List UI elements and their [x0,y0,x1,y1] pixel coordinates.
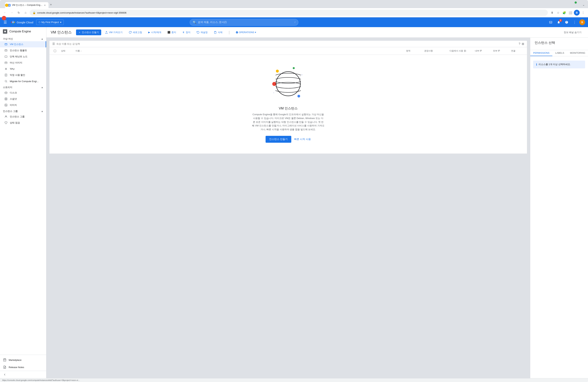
pause-button[interactable]: ⏸ 정지 [180,29,193,35]
user-avatar[interactable]: B [579,19,585,25]
marketplace-icon [3,358,6,362]
svg-rect-1 [4,31,6,32]
new-tab-button[interactable]: + [48,1,53,8]
empty-description: Compute Engine을 통해 Google의 인프라에서 실행되는 가상… [252,113,324,132]
tab-favicon [8,4,10,6]
delete-button[interactable]: 삭제 [211,29,225,35]
operations-button[interactable]: OPERATIONS ▾ [233,30,258,35]
svg-point-18 [5,98,7,100]
tpu-label: TPU [10,68,15,70]
refresh-button[interactable]: 새로고침 [126,29,145,35]
sidebar-item-tpu[interactable]: TPU [0,66,46,72]
filter-input[interactable] [56,42,517,45]
share-button[interactable]: ⬆ [549,10,555,15]
abuse-protection-label: 악정 사용 할인 [10,74,25,77]
select-all-checkbox[interactable] [54,50,56,52]
dot-green [293,67,295,69]
tab-permissions[interactable]: PERMISSIONS [530,50,552,56]
project-selector[interactable]: ⬡ My First Project ▾ [36,19,64,25]
page-header: VM 인스턴스 ＋ 인스턴스 만들기 VM 가져오기 새로고침 ▶ 시작/재개 [46,27,588,38]
create-instance-cta[interactable]: 인스턴스 만들기 [266,136,291,143]
sidebar-collapse-button[interactable] [0,371,46,378]
sort-icon: ↑ [81,50,82,52]
address-bar[interactable]: 🔒 console.cloud.google.com/compute/insta… [30,10,548,16]
refresh-button[interactable]: ↻ [16,10,21,15]
reset-button[interactable]: 재설정 [194,29,210,35]
tab-close-button[interactable]: × [44,4,46,6]
stop-button[interactable]: ⬛ 중지 [165,29,178,35]
header-actions: 2 ⋮ B [547,19,585,25]
svg-point-16 [5,92,7,93]
snapshots-label: 스냅샷 [10,97,17,101]
machine-images-icon [4,61,8,64]
vm-section-header[interactable]: 가상 머신 ▲ [0,36,46,41]
release-notes-label: Release Notes [9,366,24,369]
sidebar-item-sole-tenant[interactable]: 단독 테넌트 노드 [0,54,46,60]
status-url: https://console.cloud.google.com/compute… [2,379,80,381]
tab-menu-button[interactable]: ⌄ [581,2,586,8]
active-tab[interactable]: VM 인스턴스 – Compute Engine × [5,2,48,8]
right-panel: 인스턴스 선택 PERMISSIONS LABELS MONITORING [530,38,588,378]
import-icon [105,31,108,34]
sidebar-item-migrate[interactable]: Migrate for Compute Engi... [0,78,46,84]
sidebar-item-abuse-protection[interactable]: 악정 사용 할인 [0,72,46,78]
page-title: VM 인스턴스 [51,30,72,35]
sidebar-item-disks[interactable]: 디스크 [0,90,46,96]
sidebar-item-marketplace[interactable]: Marketplace [0,356,46,363]
help-button[interactable] [563,19,570,25]
settings-button[interactable]: ⋮ [571,19,578,25]
minimize-dot[interactable] [5,4,8,7]
empty-state: VM 인스턴스 Compute Engine을 통해 Google의 인프라에서… [49,55,527,154]
maximize-dot[interactable] [575,1,577,4]
view-toggle-icon[interactable]: ⊞ [522,42,524,46]
sidebar-item-health-checks[interactable]: 상태 점검 [0,120,46,126]
svg-line-15 [6,82,7,82]
sidebar-item-images[interactable]: 이미지 [0,102,46,108]
forward-button[interactable]: → [9,10,15,15]
close-dot[interactable] [2,16,6,20]
svg-rect-17 [5,98,7,100]
sidebar-item-snapshots[interactable]: 스냅샷 [0,96,46,102]
tab-monitoring[interactable]: MONITORING [567,50,588,56]
browser-menu-button[interactable]: ⋮ [580,10,586,15]
sidebar-item-release-notes[interactable]: Release Notes [0,363,46,371]
quickstart-button[interactable]: 빠른 시작 사용 [294,138,311,141]
sole-tenant-label: 단독 테넌트 노드 [10,55,27,58]
more-actions-button[interactable]: ⋮ [226,29,232,36]
compute-engine-icon [3,29,7,34]
sidebar-button[interactable]: ⬜ [568,10,573,15]
storage-section-header[interactable]: 스토리지 ▲ [0,84,46,90]
instance-groups-section-header[interactable]: 인스턴스 그룹 ▲ [0,108,46,114]
th-name[interactable]: 이름 ↑ [74,49,405,53]
small-dot-1 [301,74,302,75]
extension-button[interactable]: 🧩 [562,10,567,15]
project-dropdown-icon: ▾ [60,21,61,24]
url-text: console.cloud.google.com/compute/instanc… [37,11,126,14]
search-input-wrapper[interactable]: 🔍 검색 제품, 리소스, 문서(/) / [190,19,298,26]
pause-icon: ⏸ [182,31,185,34]
info-panel-button[interactable]: 정보 패널 숨기기 [562,30,584,35]
panel-content: ℹ 리소스를 1개 이상 선택하세요. [530,56,588,71]
back-button[interactable]: ← [2,10,8,15]
home-button[interactable]: ⌂ [23,10,28,15]
refresh-icon [129,31,132,34]
tab-labels[interactable]: LABELS [552,50,567,56]
disks-label: 디스크 [10,91,17,95]
terminal-button[interactable] [547,19,554,25]
filter-help-icon[interactable]: ? [519,42,520,46]
bookmark-button[interactable]: ☆ [555,10,561,15]
sidebar-item-machine-images[interactable]: 머신 이미지 [0,60,46,66]
sidebar-item-instance-groups[interactable]: 인스턴스 그룹 [0,114,46,120]
svg-rect-4 [5,50,7,51]
small-dot-3 [273,93,274,93]
create-instance-button[interactable]: ＋ 인스턴스 만들기 [76,29,101,35]
google-cloud-logo[interactable]: Google Cloud [10,20,33,25]
migrate-label: Migrate for Compute Engi... [10,80,39,83]
import-vm-button[interactable]: VM 가져오기 [103,29,125,35]
start-button[interactable]: ▶ 시작/재개 [146,29,164,35]
profile-button[interactable]: B [574,10,580,16]
sidebar-item-vm-instances[interactable]: VM 인스턴스 [0,41,46,47]
tpu-icon [4,67,8,71]
disks-icon [4,91,8,95]
sidebar-item-instance-templates[interactable]: 인스턴스 템플릿 [0,47,46,54]
